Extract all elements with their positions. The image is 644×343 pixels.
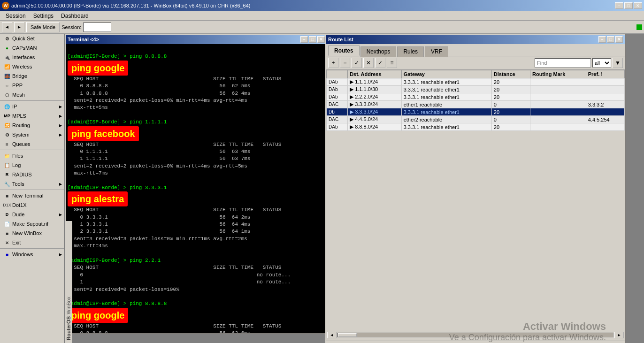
sidebar-item-mesh[interactable]: ⬡ Mesh bbox=[0, 90, 64, 99]
sidebar-item-mpls[interactable]: MP MPLS ▶ bbox=[0, 111, 64, 121]
sidebar-item-radius[interactable]: R RADIUS bbox=[0, 170, 64, 179]
sidebar-item-ppp[interactable]: ↔ PPP bbox=[0, 81, 64, 90]
route-filter-select[interactable]: all bbox=[592, 58, 611, 68]
route-maximize[interactable]: □ bbox=[607, 36, 614, 43]
terminal-minimize[interactable]: − bbox=[300, 36, 308, 43]
col-distance[interactable]: Distance bbox=[491, 70, 530, 78]
scrollbar-thumb[interactable] bbox=[338, 333, 357, 337]
sidebar-item-wireless[interactable]: 📶 Wireless bbox=[0, 62, 64, 71]
row-routing-mark bbox=[530, 86, 586, 93]
sidebar-item-interfaces[interactable]: 🔌 Interfaces bbox=[0, 53, 64, 62]
route-remove-button[interactable]: − bbox=[340, 58, 350, 68]
row-distance: 0 bbox=[491, 116, 530, 123]
menu-dashboard[interactable]: Dashboard bbox=[57, 12, 92, 20]
terminal-close[interactable]: ✕ bbox=[317, 36, 325, 43]
close-button[interactable]: ✕ bbox=[634, 2, 642, 9]
sidebar-item-ip[interactable]: 🌐 IP ▶ bbox=[0, 102, 64, 111]
dude-expand-icon: ▶ bbox=[59, 213, 62, 217]
sidebar-item-quick-set[interactable]: ⚙ Quick Set bbox=[0, 34, 64, 43]
tab-vrf[interactable]: VRF bbox=[425, 46, 448, 57]
make-supout-icon: 📄 bbox=[4, 221, 10, 227]
table-row[interactable]: DAb ▶ 2.2.2.0/24 3.3.3.1 reachable ether… bbox=[327, 93, 625, 101]
row-dst: ▶ 1.1.1.0/30 bbox=[348, 86, 402, 93]
sidebar-item-routing[interactable]: 🔀 Routing ▶ bbox=[0, 121, 64, 130]
route-filter-button[interactable]: ≡ bbox=[387, 58, 397, 68]
sidebar-item-make-supout[interactable]: 📄 Make Supout.rif bbox=[0, 219, 64, 229]
col-gateway[interactable]: Gateway bbox=[401, 70, 491, 78]
interfaces-icon: 🔌 bbox=[4, 54, 10, 61]
sidebar-item-log[interactable]: 📋 Log bbox=[0, 160, 64, 170]
system-icon: ⚙ bbox=[4, 131, 10, 138]
route-search-input[interactable] bbox=[535, 58, 591, 68]
route-search-button[interactable]: ▼ bbox=[613, 58, 623, 68]
sidebar-item-bridge[interactable]: 🌉 Bridge bbox=[0, 71, 64, 81]
tab-routes[interactable]: Routes bbox=[328, 46, 360, 56]
table-row[interactable]: Db ▶ 3.3.3.0/24 3.3.3.1 reachable ether1… bbox=[327, 108, 625, 116]
dot1x-icon: D1X bbox=[4, 202, 10, 208]
safe-mode-button[interactable]: Safe Mode bbox=[26, 22, 60, 32]
sidebar-item-queues[interactable]: ≡ Queues bbox=[0, 139, 64, 149]
row-pref bbox=[586, 123, 624, 131]
sidebar-item-dude[interactable]: D Dude ▶ bbox=[0, 210, 64, 219]
tab-nexthops[interactable]: Nexthops bbox=[360, 46, 397, 57]
session-input[interactable] bbox=[83, 23, 111, 32]
terminal-maximize[interactable]: □ bbox=[309, 36, 316, 43]
routeros-winbox-label: WinBox RouterOS bbox=[65, 221, 72, 343]
windows-area: Terminal <4> − □ ✕ [admin@ISP-Borde] > p… bbox=[65, 34, 644, 343]
scroll-left-button[interactable]: ◄ bbox=[327, 332, 337, 338]
row-gateway: ether2 reachable bbox=[401, 116, 491, 123]
table-row[interactable]: DAb ▶ 1.1.1.0/30 3.3.3.1 reachable ether… bbox=[327, 86, 625, 93]
tab-rules[interactable]: Rules bbox=[397, 46, 424, 57]
table-row[interactable]: DAC ▶ 3.3.3.0/24 ether1 reachable 0 3.3.… bbox=[327, 101, 625, 108]
scroll-right-button[interactable]: ► bbox=[614, 332, 624, 338]
table-row[interactable]: DAb ▶ 8.8.8.0/24 3.3.3.1 reachable ether… bbox=[327, 123, 625, 131]
route-minimize[interactable]: − bbox=[598, 36, 606, 43]
row-flags: Db bbox=[327, 108, 348, 116]
radius-icon: R bbox=[4, 171, 10, 178]
row-gateway: 3.3.3.1 reachable ether1 bbox=[401, 123, 491, 131]
col-dst[interactable]: Dst. Address bbox=[348, 70, 402, 78]
route-enable-button[interactable]: ✓ bbox=[352, 58, 362, 68]
row-dst: ▶ 8.8.8.0/24 bbox=[348, 123, 402, 131]
terminal-content[interactable]: [admin@ISP-Borde] > ping 8.8.8.8 ping go… bbox=[66, 44, 327, 333]
mpls-expand-icon: ▶ bbox=[59, 114, 62, 118]
route-disable-button[interactable]: ✕ bbox=[363, 58, 374, 68]
row-pref bbox=[586, 86, 624, 93]
route-close[interactable]: ✕ bbox=[615, 36, 623, 43]
row-distance: 20 bbox=[491, 123, 530, 131]
route-copy-button[interactable]: ✓ bbox=[375, 58, 385, 68]
sidebar-item-windows[interactable]: ■ Windows ▶ bbox=[0, 250, 64, 259]
row-routing-mark bbox=[530, 101, 586, 108]
routeros-text: RouterOS bbox=[66, 316, 71, 340]
minimize-button[interactable]: − bbox=[615, 2, 623, 9]
maximize-button[interactable]: □ bbox=[624, 2, 633, 9]
tools-icon: 🔧 bbox=[4, 181, 10, 187]
back-button[interactable]: ◄ bbox=[2, 22, 12, 32]
route-toolbar: + − ✓ ✕ ✓ ≡ all ▼ bbox=[326, 56, 625, 70]
row-pref: 3.3.3.2 bbox=[586, 101, 624, 108]
col-routing-mark[interactable]: Routing Mark bbox=[530, 70, 586, 78]
new-winbox-icon: ■ bbox=[4, 230, 10, 236]
sidebar-item-capsman[interactable]: ● CAPsMAN bbox=[0, 43, 64, 53]
system-expand-icon: ▶ bbox=[59, 133, 62, 137]
col-pref[interactable]: Pref. ! bbox=[586, 70, 624, 78]
winbox-text: WinBox bbox=[66, 297, 71, 314]
sidebar-item-new-terminal[interactable]: ■ New Terminal bbox=[0, 191, 64, 200]
menu-session[interactable]: Session bbox=[2, 12, 30, 20]
route-add-button[interactable]: + bbox=[328, 58, 338, 68]
table-row[interactable]: DAC ▶ 4.4.5.0/24 ether2 reachable 0 4.4.… bbox=[327, 116, 625, 123]
row-dst: ▶ 3.3.3.0/24 bbox=[348, 101, 402, 108]
route-table: Dst. Address Gateway Distance Routing Ma… bbox=[326, 70, 625, 131]
row-routing-mark bbox=[530, 123, 586, 131]
sidebar-item-exit[interactable]: ✕ Exit bbox=[0, 238, 64, 247]
sidebar-item-dot1x[interactable]: D1X Dot1X bbox=[0, 200, 64, 210]
routing-icon: 🔀 bbox=[4, 122, 10, 129]
sidebar-item-new-winbox[interactable]: ■ New WinBox bbox=[0, 229, 64, 238]
table-row[interactable]: DAb ▶ 1.1.1.0/24 3.3.3.1 reachable ether… bbox=[327, 78, 625, 86]
forward-button[interactable]: ► bbox=[14, 22, 24, 32]
menu-settings[interactable]: Settings bbox=[30, 12, 57, 20]
row-routing-mark bbox=[530, 93, 586, 101]
sidebar-item-system[interactable]: ⚙ System ▶ bbox=[0, 130, 64, 139]
sidebar-item-files[interactable]: 📁 Files bbox=[0, 151, 64, 160]
sidebar-item-tools[interactable]: 🔧 Tools ▶ bbox=[0, 179, 64, 189]
